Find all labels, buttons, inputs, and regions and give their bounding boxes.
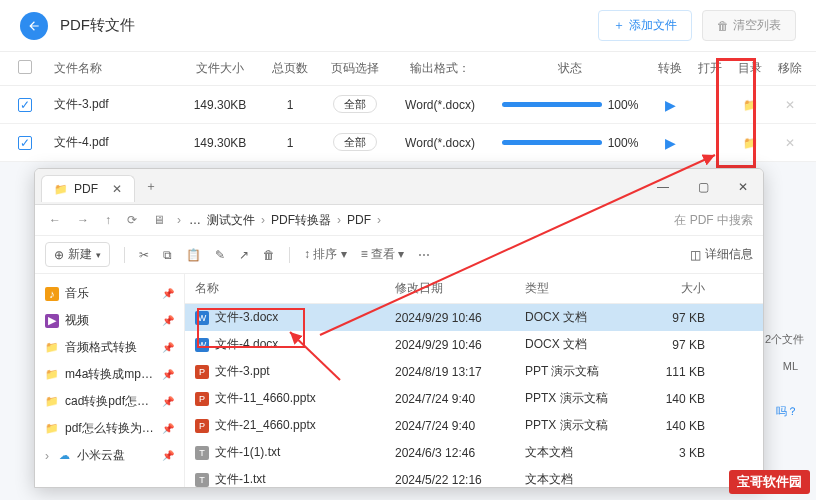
table-row[interactable]: ✓ 文件-4.pdf 149.30KB 1 全部 Word(*.docx) 10… xyxy=(0,124,816,162)
clear-list-button[interactable]: 🗑清空列表 xyxy=(702,10,796,41)
video-icon: ▶ xyxy=(45,314,59,328)
file-type-icon: W xyxy=(195,338,209,352)
sidebar-item[interactable]: 📁m4a转换成mp3格式怎么📌 xyxy=(35,361,184,388)
watermark: 宝哥软件园 xyxy=(729,470,810,494)
select-all-checkbox[interactable] xyxy=(18,60,32,74)
play-button[interactable]: ▶ xyxy=(665,97,676,113)
panel-icon: ◫ xyxy=(690,248,701,262)
page-select-button[interactable]: 全部 xyxy=(333,95,377,113)
open-folder-button[interactable]: 📁 xyxy=(743,98,758,112)
crumb-2[interactable]: PDF xyxy=(347,213,371,227)
maximize-button[interactable]: ▢ xyxy=(683,169,723,205)
col-open: 打开 xyxy=(690,60,730,77)
file-type-icon: P xyxy=(195,365,209,379)
col-status[interactable]: 状态 xyxy=(490,60,650,77)
app-header: PDF转文件 ＋添加文件 🗑清空列表 xyxy=(0,0,816,51)
col-size[interactable]: 文件大小 xyxy=(180,60,260,77)
nav-forward-button[interactable]: → xyxy=(73,211,93,229)
sidebar-item[interactable]: 📁cad转换pdf怎么转换，📌 xyxy=(35,388,184,415)
sidebar-item[interactable]: ▶视频📌 xyxy=(35,307,184,334)
view-button[interactable]: ≡ 查看 ▾ xyxy=(361,246,405,263)
pin-icon: 📌 xyxy=(162,396,174,407)
delete-icon[interactable]: 🗑 xyxy=(263,248,275,262)
col-fmt[interactable]: 输出格式： xyxy=(390,60,490,77)
chevron-right-icon[interactable]: › xyxy=(45,449,49,463)
fl-col-date[interactable]: 修改日期 xyxy=(395,280,525,297)
close-button[interactable]: ✕ xyxy=(723,169,763,205)
col-sel[interactable]: 页码选择 xyxy=(320,60,390,77)
file-row[interactable]: T文件-1.txt 2024/5/22 12:16 文本文档 xyxy=(185,466,763,487)
file-row[interactable]: W文件-3.docx 2024/9/29 10:46 DOCX 文档 97 KB xyxy=(185,304,763,331)
rename-icon[interactable]: ✎ xyxy=(215,248,225,262)
sidebar-item[interactable]: ›☁小米云盘📌 xyxy=(35,442,184,469)
pin-icon: 📌 xyxy=(162,450,174,461)
pin-icon: 📌 xyxy=(162,315,174,326)
new-tab-button[interactable]: ＋ xyxy=(145,178,157,195)
table-header: 文件名称 文件大小 总页数 页码选择 输出格式： 状态 转换 打开 目录 移除 xyxy=(0,51,816,86)
page-select-button[interactable]: 全部 xyxy=(333,133,377,151)
details-button[interactable]: ◫详细信息 xyxy=(690,246,753,263)
sort-button[interactable]: ↕ 排序 ▾ xyxy=(304,246,347,263)
file-row[interactable]: P文件-3.ppt 2024/8/19 13:17 PPT 演示文稿 111 K… xyxy=(185,358,763,385)
monitor-icon[interactable]: 🖥 xyxy=(149,211,169,229)
tab-close-button[interactable]: ✕ xyxy=(112,182,122,196)
crumb-more[interactable]: … xyxy=(189,213,201,227)
explorer-tab[interactable]: 📁 PDF ✕ xyxy=(41,175,135,202)
add-file-button[interactable]: ＋添加文件 xyxy=(598,10,692,41)
bg-q: 吗？ xyxy=(776,404,798,419)
fl-col-type[interactable]: 类型 xyxy=(525,280,635,297)
crumb-0[interactable]: 测试文件 xyxy=(207,212,255,229)
pin-icon: 📌 xyxy=(162,342,174,353)
fl-col-size[interactable]: 大小 xyxy=(635,280,705,297)
col-dir: 目录 xyxy=(730,60,770,77)
nav-up-button[interactable]: ↑ xyxy=(101,211,115,229)
open-folder-button[interactable]: 📁 xyxy=(743,136,758,150)
cut-icon[interactable]: ✂ xyxy=(139,248,149,262)
row-filename: 文件-3.pdf xyxy=(50,96,180,113)
row-filename: 文件-4.pdf xyxy=(50,134,180,151)
col-del: 移除 xyxy=(770,60,810,77)
nav-back-button[interactable]: ← xyxy=(45,211,65,229)
progress-bar xyxy=(502,102,602,107)
explorer-tabbar: 📁 PDF ✕ ＋ ― ▢ ✕ xyxy=(35,169,763,205)
explorer-nav: ← → ↑ ⟳ 🖥 › … 测试文件› PDF转换器› PDF› 在 PDF 中… xyxy=(35,205,763,236)
minimize-button[interactable]: ― xyxy=(643,169,683,205)
explorer-file-list: 名称 修改日期 类型 大小 W文件-3.docx 2024/9/29 10:46… xyxy=(185,274,763,487)
file-row[interactable]: T文件-1(1).txt 2024/6/3 12:46 文本文档 3 KB xyxy=(185,439,763,466)
back-button[interactable] xyxy=(20,12,48,40)
music-icon: ♪ xyxy=(45,287,59,301)
arrow-left-icon xyxy=(27,19,41,33)
table-row[interactable]: ✓ 文件-3.pdf 149.30KB 1 全部 Word(*.docx) 10… xyxy=(0,86,816,124)
col-name[interactable]: 文件名称 xyxy=(50,60,180,77)
share-icon[interactable]: ↗ xyxy=(239,248,249,262)
plus-icon: ＋ xyxy=(613,17,625,34)
more-button[interactable]: ⋯ xyxy=(418,248,430,262)
fl-col-name[interactable]: 名称 xyxy=(195,280,395,297)
crumb-1[interactable]: PDF转换器 xyxy=(271,212,331,229)
play-button[interactable]: ▶ xyxy=(665,135,676,151)
file-row[interactable]: W文件-4.docx 2024/9/29 10:46 DOCX 文档 97 KB xyxy=(185,331,763,358)
pin-icon: 📌 xyxy=(162,288,174,299)
remove-button[interactable]: ✕ xyxy=(785,136,795,150)
row-checkbox[interactable]: ✓ xyxy=(18,98,32,112)
file-table: 文件名称 文件大小 总页数 页码选择 输出格式： 状态 转换 打开 目录 移除 … xyxy=(0,51,816,162)
file-type-icon: P xyxy=(195,392,209,406)
new-button[interactable]: ⊕新建▾ xyxy=(45,242,110,267)
sidebar-item[interactable]: 📁pdf怎么转换为word?📌 xyxy=(35,415,184,442)
sidebar-item[interactable]: 📁音频格式转换📌 xyxy=(35,334,184,361)
remove-button[interactable]: ✕ xyxy=(785,98,795,112)
pin-icon: 📌 xyxy=(162,369,174,380)
col-pages[interactable]: 总页数 xyxy=(260,60,320,77)
copy-icon[interactable]: ⧉ xyxy=(163,248,172,262)
sidebar-item[interactable]: ♪音乐📌 xyxy=(35,280,184,307)
nav-refresh-button[interactable]: ⟳ xyxy=(123,211,141,229)
chevron-down-icon: ▾ xyxy=(96,250,101,260)
file-row[interactable]: P文件-11_4660.pptx 2024/7/24 9:40 PPTX 演示文… xyxy=(185,385,763,412)
paste-icon[interactable]: 📋 xyxy=(186,248,201,262)
row-checkbox[interactable]: ✓ xyxy=(18,136,32,150)
breadcrumb: … 测试文件› PDF转换器› PDF› xyxy=(189,212,635,229)
file-explorer-window: 📁 PDF ✕ ＋ ― ▢ ✕ ← → ↑ ⟳ 🖥 › … 测试文件› PDF转… xyxy=(34,168,764,488)
cloud-icon: ☁ xyxy=(57,449,71,463)
file-row[interactable]: P文件-21_4660.pptx 2024/7/24 9:40 PPTX 演示文… xyxy=(185,412,763,439)
search-input[interactable]: 在 PDF 中搜索 xyxy=(643,212,753,229)
